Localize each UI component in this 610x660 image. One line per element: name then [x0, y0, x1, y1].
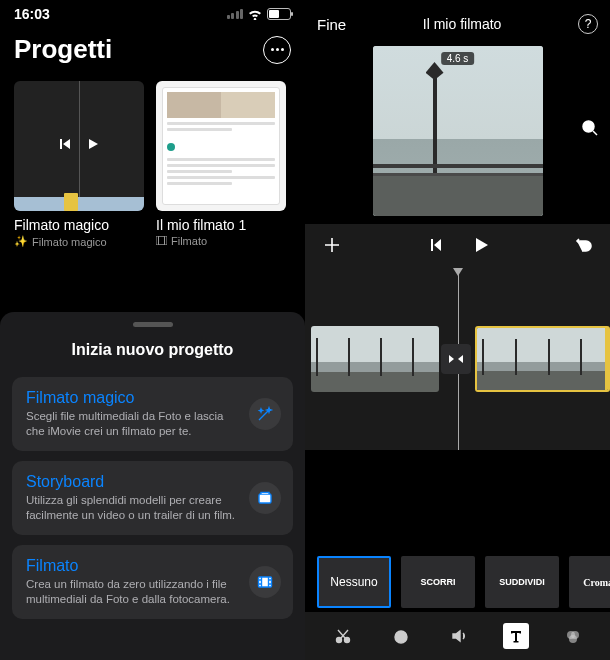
storyboard-icon	[249, 482, 281, 514]
svg-point-5	[336, 638, 341, 643]
more-button[interactable]	[263, 36, 291, 64]
battery-icon	[267, 8, 291, 20]
status-indicators	[227, 8, 292, 20]
project-sub: Filmato	[156, 235, 286, 247]
bottom-toolbar	[305, 612, 610, 660]
option-sub: Crea un filmato da zero utilizzando i fi…	[26, 577, 239, 607]
add-clip-button[interactable]	[321, 234, 343, 260]
editor-header: Fine Il mio filmato ?	[305, 0, 610, 42]
play-icon	[86, 137, 100, 155]
option-sub: Scegli file multimediali da Foto e lasci…	[26, 409, 239, 439]
speed-tool[interactable]	[387, 624, 415, 648]
skip-back-icon	[58, 137, 72, 155]
option-title: Storyboard	[26, 473, 239, 491]
sparkle-icon: ✨	[14, 235, 28, 248]
project-row: Filmato magico ✨ Filmato magico Il mio f…	[0, 73, 305, 248]
preview-area: 4.6 s	[305, 42, 610, 224]
svg-rect-2	[259, 494, 271, 503]
option-title: Filmato	[26, 557, 239, 575]
editor-title: Il mio filmato	[423, 16, 502, 32]
timeline[interactable]	[305, 270, 610, 450]
sheet-grabber[interactable]	[133, 322, 173, 327]
svg-rect-1	[159, 236, 165, 245]
playhead-icon[interactable]	[453, 268, 463, 276]
cut-tool[interactable]	[329, 624, 357, 648]
volume-tool[interactable]	[445, 624, 473, 648]
project-title: Il mio filmato 1	[156, 217, 286, 233]
film-icon	[156, 235, 167, 247]
option-sub: Utilizza gli splendidi modelli per crear…	[26, 493, 239, 523]
projects-panel: 16:03 Progetti Filmato mag	[0, 0, 305, 660]
timeline-controls	[305, 224, 610, 270]
zoom-button[interactable]	[580, 118, 600, 142]
status-bar: 16:03	[0, 0, 305, 24]
title-cromatico[interactable]: Cromatico	[569, 556, 610, 608]
signal-icon	[227, 9, 244, 19]
title-suddividi[interactable]: SUDDIVIDI	[485, 556, 559, 608]
project-magic[interactable]: Filmato magico ✨ Filmato magico	[14, 81, 144, 248]
title-none[interactable]: Nessuno	[317, 556, 391, 608]
project-title: Filmato magico	[14, 217, 144, 233]
svg-rect-0	[156, 236, 167, 245]
help-button[interactable]: ?	[578, 14, 598, 34]
undo-button[interactable]	[574, 235, 594, 259]
option-magic-movie[interactable]: Filmato magico Scegli file multimediali …	[12, 377, 293, 451]
new-project-sheet: Inizia nuovo progetto Filmato magico Sce…	[0, 312, 305, 660]
transition-button[interactable]	[441, 344, 471, 374]
duration-badge: 4.6 s	[441, 52, 475, 65]
page-title: Progetti	[14, 34, 112, 65]
project-thumb	[156, 81, 286, 211]
ellipsis-icon	[271, 48, 284, 51]
wand-icon	[249, 398, 281, 430]
project-my-movie[interactable]: Il mio filmato 1 Filmato	[156, 81, 286, 248]
play-button[interactable]	[471, 235, 491, 259]
status-time: 16:03	[14, 6, 50, 22]
done-button[interactable]: Fine	[317, 16, 346, 33]
left-header: Progetti	[0, 24, 305, 73]
film-icon	[249, 566, 281, 598]
option-storyboard[interactable]: Storyboard Utilizza gli splendidi modell…	[12, 461, 293, 535]
clip-1[interactable]	[311, 326, 439, 392]
project-sub: ✨ Filmato magico	[14, 235, 144, 248]
text-tool[interactable]	[503, 623, 529, 649]
option-movie[interactable]: Filmato Crea un filmato da zero utilizza…	[12, 545, 293, 619]
clip-2-selected[interactable]	[475, 326, 610, 392]
skip-back-button[interactable]	[427, 236, 445, 258]
svg-rect-3	[259, 577, 272, 587]
wifi-icon	[247, 8, 263, 20]
title-scorri[interactable]: SCORRI	[401, 556, 475, 608]
video-preview[interactable]: 4.6 s	[373, 46, 543, 216]
filter-tool[interactable]	[559, 624, 587, 648]
project-thumb	[14, 81, 144, 211]
sheet-title: Inizia nuovo progetto	[12, 341, 293, 359]
svg-point-10	[569, 635, 577, 643]
svg-point-6	[344, 638, 349, 643]
title-style-row: Nessuno SCORRI SUDDIVIDI Cromatico STAN	[305, 556, 610, 608]
editor-panel: Fine Il mio filmato ? 4.6 s	[305, 0, 610, 660]
option-title: Filmato magico	[26, 389, 239, 407]
